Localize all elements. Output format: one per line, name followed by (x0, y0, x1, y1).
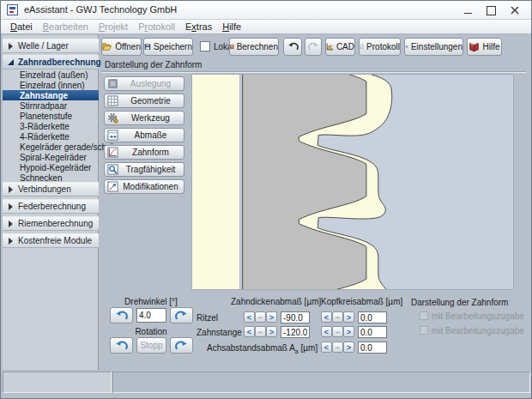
ritzel-row-label: Ritzel (196, 313, 218, 323)
rotation-cw-button[interactable] (170, 337, 193, 354)
menu-protokoll: Protokoll (133, 21, 180, 32)
nav-modifikationen-button[interactable]: Modifikationen (104, 179, 184, 194)
achsabstand-inc-button[interactable]: > (343, 342, 354, 353)
save-button[interactable]: Speichern (143, 38, 193, 56)
achsabstand-label: Achsabstandsabmaß Aa [µm] (207, 343, 317, 354)
hilfe-button[interactable]: Hilfe (467, 38, 502, 56)
sidebar-section-riemenberechnung[interactable]: Riemenberechnung (3, 216, 99, 231)
abmasse-icon (107, 130, 118, 141)
zahnstange-kopfkreis-reset-button[interactable]: − (332, 326, 343, 337)
ritzel-kopfkreis-reset-button[interactable]: − (332, 311, 343, 323)
minimize-button[interactable] (459, 3, 478, 17)
menu-extras[interactable]: Extras (180, 21, 217, 32)
ritzel-zahndicke-input[interactable] (281, 311, 310, 323)
zahnstange-kopfkreis-dec-button[interactable]: < (321, 326, 332, 337)
achsabstand-dec-button[interactable]: < (321, 342, 332, 353)
app-window: eAssistant - GWJ Technology GmbH Datei B… (0, 0, 532, 399)
rotate-ccw-button[interactable] (110, 307, 133, 323)
nav-werkzeug-button[interactable]: Werkzeug (104, 111, 184, 125)
bearbeitungszugabe-label-2: mit Bearbeitungszugabe (432, 326, 524, 336)
ritzel-kopfkreis-inc-button[interactable]: > (343, 311, 354, 323)
cad-icon (326, 41, 334, 52)
sidebar-item-zahnstange[interactable]: Zahnstange (3, 90, 99, 100)
achsabstand-reset-button[interactable]: − (332, 342, 343, 353)
modifikationen-icon (107, 181, 118, 192)
chevron-right-icon (9, 186, 13, 193)
rotate-cw-icon (175, 311, 188, 321)
status-bar-left (3, 372, 112, 393)
chevron-right-icon (9, 203, 13, 210)
sidebar-section-federberechnung[interactable]: Federberechnung (3, 199, 99, 214)
cad-button[interactable]: CAD (325, 38, 355, 56)
chevron-expanded-icon (8, 59, 14, 65)
chevron-right-icon (9, 221, 13, 227)
sidebar-item-einzelrad-aussen[interactable]: Einzelrad (außen) (3, 70, 99, 80)
sidebar-item-stirnradpaar[interactable]: Stirnradpaar (3, 100, 99, 111)
maximize-button[interactable] (481, 3, 500, 17)
rack-profile (243, 74, 366, 290)
rotate-ccw-icon (115, 311, 128, 321)
menu-datei[interactable]: Datei (5, 21, 38, 32)
menu-hilfe[interactable]: Hilfe (217, 21, 246, 32)
ritzel-kopfkreis-dec-button[interactable]: < (321, 311, 332, 323)
ritzel-kopfkreis-input[interactable] (358, 311, 387, 323)
ritzel-zahndicke-inc-button[interactable]: > (266, 311, 277, 323)
kopfkreis-column-header: Kopfkreisabmaß [µm] (321, 297, 402, 306)
rotation-ccw-button[interactable] (110, 337, 133, 354)
darstellung-title: Darstellung der Zahnform (411, 298, 508, 307)
sidebar-item-planetenstufe[interactable]: Planetenstufe (3, 111, 99, 121)
ritzel-zahndicke-dec-button[interactable]: < (244, 311, 255, 323)
zahnstange-zahndicke-inc-button[interactable]: > (266, 326, 277, 337)
sidebar-section-zahnradberechnung[interactable]: Zahnradberechnung (3, 55, 99, 70)
sidebar-section-welle-lager[interactable]: Welle / Lager (3, 39, 99, 53)
sidebar-item-hypoid-kegelraeder[interactable]: Hypoid-Kegelräder (3, 162, 99, 172)
floppy-disk-icon (144, 41, 151, 52)
window-title: eAssistant - GWJ Technology GmbH (24, 4, 177, 15)
undo-button[interactable] (283, 38, 302, 56)
menu-bar: Datei Bearbeiten Projekt Protokoll Extra… (1, 20, 531, 34)
left-cream-strip (192, 75, 240, 289)
zahnstange-zahndicke-input[interactable] (281, 326, 310, 338)
sidebar-item-spiral-kegelraeder[interactable]: Spiral-Kegelräder (3, 152, 99, 162)
bearbeitungszugabe-checkbox-1 (420, 311, 428, 320)
close-icon (511, 6, 519, 15)
zahnstange-kopfkreis-input[interactable] (358, 326, 387, 338)
folder-open-icon (102, 41, 112, 52)
red-book-icon (469, 41, 480, 52)
sidebar-item-3-raederkette[interactable]: 3-Räderkette (3, 121, 99, 131)
auslegung-icon (107, 78, 118, 89)
drehwinkel-input[interactable] (136, 308, 166, 323)
achsabstand-input[interactable] (358, 342, 387, 354)
einstellungen-button[interactable]: Einstellungen (404, 38, 463, 56)
tooth-form-canvas (191, 74, 514, 290)
sidebar-section-verbindungen[interactable]: Verbindungen (3, 182, 99, 196)
open-button[interactable]: Öffnen (101, 38, 142, 56)
berechnen-button[interactable]: Berechnen (229, 38, 279, 56)
tragfaehigkeit-icon (107, 164, 118, 175)
nav-abmasse-button[interactable]: Abmaße (104, 128, 184, 142)
menu-projekt: Projekt (94, 21, 133, 32)
sidebar-item-4-raederkette[interactable]: 4-Räderkette (3, 131, 99, 142)
sidebar-section-kostenfreie-module[interactable]: Kostenfreie Module (3, 233, 99, 248)
zahnstange-row-label: Zahnstange (196, 328, 242, 337)
nav-tragfaehigkeit-button[interactable]: Tragfähigkeit (104, 162, 184, 177)
document-icon (360, 41, 364, 52)
nav-geometrie-button[interactable]: Geometrie (104, 94, 184, 108)
zahnstange-zahndicke-dec-button[interactable]: < (244, 326, 255, 337)
zahnstange-kopfkreis-inc-button[interactable]: > (343, 326, 354, 337)
lokal-checkbox[interactable] (200, 41, 210, 51)
section-title: Darstellung der Zahnform (105, 60, 202, 70)
rotate-cw-button[interactable] (170, 307, 193, 323)
protokoll-button[interactable]: Protokoll (359, 38, 401, 56)
ritzel-zahndicke-reset-button[interactable]: − (255, 311, 266, 323)
zahnstange-zahndicke-reset-button[interactable]: − (255, 326, 266, 337)
nav-zahnform-button[interactable]: Zahnform (104, 145, 184, 160)
redo-button (305, 38, 322, 56)
bearbeitungszugabe-checkbox-2 (420, 326, 428, 335)
sidebar-item-kegelraeder[interactable]: Kegelräder gerade/schräg (3, 142, 99, 152)
title-bar: eAssistant - GWJ Technology GmbH (1, 1, 531, 20)
werkzeug-gear-icon (107, 112, 118, 124)
sidebar-item-einzelrad-innen[interactable]: Einzelrad (innen) (3, 80, 99, 90)
app-icon (7, 4, 18, 15)
close-button[interactable] (505, 3, 524, 17)
